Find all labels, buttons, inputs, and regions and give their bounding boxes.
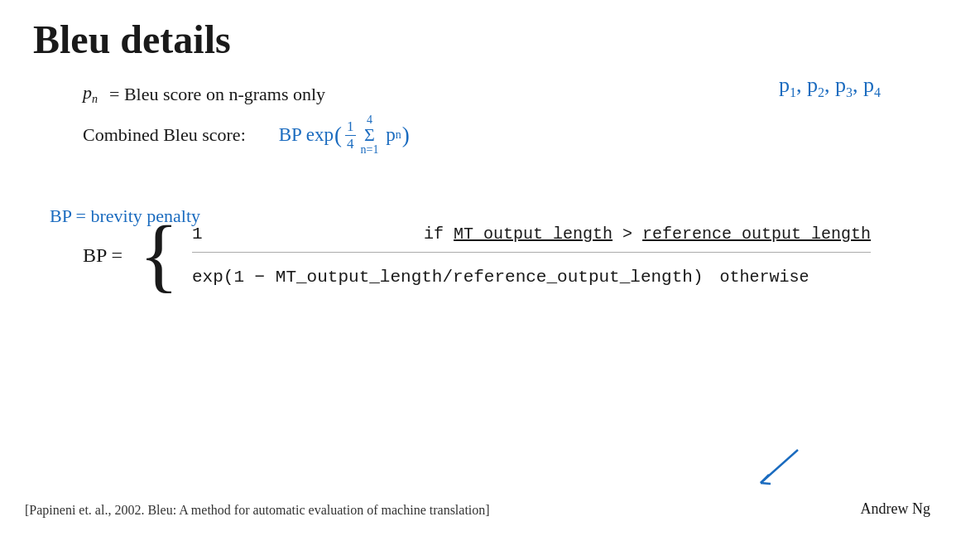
content-area: pn = Bleu score on n-grams only Combined…	[33, 82, 947, 297]
pn-equals-text: = Bleu score on n-grams only	[109, 84, 325, 105]
svg-line-2	[761, 483, 771, 484]
combined-label: Combined Bleu score:	[83, 124, 246, 146]
author-name: Andrew Ng	[861, 500, 930, 518]
page-title: Bleu details	[33, 17, 947, 62]
bp-label: BP =	[83, 244, 122, 267]
combined-formula: BP exp ( 1 4 4 Σ n=1 pn )	[279, 114, 411, 156]
case-row-1: 1 if MT_output_length > reference_output…	[192, 225, 871, 253]
bp-section: BP = { 1 if MT_output_length > reference…	[83, 214, 947, 297]
case1-value: 1	[192, 225, 424, 244]
case-row-2: exp(1 − MT_output_length/reference_outpu…	[192, 268, 871, 287]
bp-brevity-annotation: BP = brevity penalty	[50, 205, 200, 227]
svg-line-1	[761, 475, 769, 483]
pn-label: pn	[83, 82, 98, 106]
arrow-annotation	[752, 446, 802, 490]
piecewise-cases: 1 if MT_output_length > reference_output…	[192, 225, 871, 287]
case1-condition: if MT_output_length > reference_output_l…	[424, 225, 871, 244]
p1p4-annotation: p1, p2, p3, p4	[779, 73, 881, 100]
citation: [Papineni et. al., 2002. Bleu: A method …	[25, 503, 490, 518]
case2-value: exp(1 − MT_output_length/reference_outpu…	[192, 268, 704, 287]
page-container: Bleu details p1, p2, p3, p4 pn = Bleu sc…	[0, 0, 980, 536]
case2-condition: otherwise	[720, 268, 809, 287]
combined-bleu-line: Combined Bleu score: BP exp ( 1 4 4 Σ n=…	[83, 114, 947, 156]
